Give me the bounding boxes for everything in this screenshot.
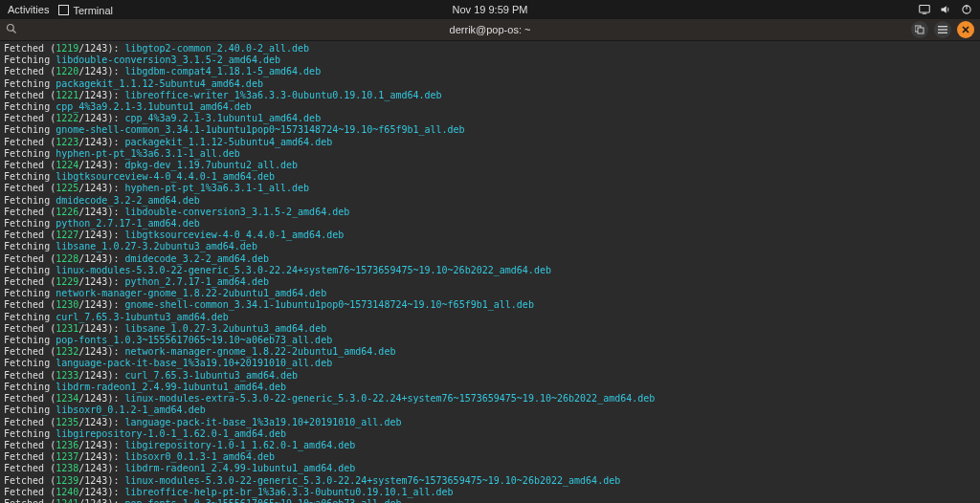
terminal-line: Fetched (1230/1243): gnome-shell-common_… — [4, 299, 976, 311]
menu-button[interactable] — [934, 21, 951, 38]
terminal-line: Fetching libsoxr0_0.1.2-1_amd64.deb — [4, 405, 976, 416]
terminal-line: Fetched (1232/1243): network-manager-gno… — [4, 346, 976, 358]
terminal-line: Fetching cpp_4%3a9.2.1-3.1ubuntu1_amd64.… — [4, 101, 976, 113]
window-title: derrik@pop-os: ~ — [450, 24, 531, 35]
terminal-line: Fetched (1225/1243): hyphen-pt-pt_1%3a6.… — [4, 183, 976, 194]
activities-button[interactable]: Activities — [8, 4, 49, 15]
svg-rect-9 — [938, 29, 947, 30]
terminal-line: Fetched (1223/1243): packagekit_1.1.12-5… — [4, 137, 976, 148]
terminal-line: Fetching python_2.7.17-1_amd64.deb — [4, 218, 976, 230]
svg-rect-3 — [966, 5, 967, 10]
svg-rect-0 — [920, 6, 930, 13]
terminal-output[interactable]: Fetched (1219/1243): libgtop2-common_2.4… — [0, 41, 980, 503]
screen-icon — [919, 4, 930, 15]
terminal-line: Fetched (1220/1243): libgdbm-compat4_1.1… — [4, 66, 976, 77]
terminal-line: Fetching libgtksourceview-4-0_4.4.0-1_am… — [4, 171, 976, 183]
svg-rect-10 — [938, 33, 947, 33]
terminal-line: Fetching libdrm-radeon1_2.4.99-1ubuntu1_… — [4, 382, 976, 393]
svg-rect-7 — [918, 28, 924, 33]
terminal-line: Fetching packagekit_1.1.12-5ubuntu4_amd6… — [4, 78, 976, 90]
terminal-line: Fetched (1236/1243): libgirepository-1.0… — [4, 440, 976, 451]
new-tab-button[interactable] — [911, 21, 928, 38]
svg-rect-8 — [938, 26, 947, 27]
terminal-line: Fetching language-pack-it-base_1%3a19.10… — [4, 358, 976, 369]
clock[interactable]: Nov 19 9:59 PM — [453, 4, 528, 15]
terminal-line: Fetched (1226/1243): libdouble-conversio… — [4, 207, 976, 218]
terminal-line: Fetching network-manager-gnome_1.8.22-2u… — [4, 288, 976, 299]
terminal-line: Fetching libsane_1.0.27-3.2ubuntu3_amd64… — [4, 241, 976, 252]
svg-point-4 — [8, 25, 14, 32]
terminal-line: Fetched (1241/1243): pop-fonts_1.0.3~155… — [4, 498, 976, 503]
window-titlebar: derrik@pop-os: ~ — [0, 19, 980, 41]
volume-icon — [940, 4, 951, 15]
gnome-topbar: Activities Terminal Nov 19 9:59 PM — [0, 0, 980, 19]
terminal-line: Fetched (1221/1243): libreoffice-writer_… — [4, 90, 976, 101]
terminal-line: Fetched (1224/1243): dpkg-dev_1.19.7ubun… — [4, 160, 976, 171]
svg-line-5 — [13, 31, 16, 33]
terminal-line: Fetching pop-fonts_1.0.3~1555617065~19.1… — [4, 335, 976, 346]
terminal-line: Fetched (1234/1243): linux-modules-extra… — [4, 393, 976, 405]
terminal-line: Fetched (1229/1243): python_2.7.17-1_amd… — [4, 276, 976, 288]
terminal-line: Fetched (1238/1243): libdrm-radeon1_2.4.… — [4, 463, 976, 474]
terminal-line: Fetching libgirepository-1.0-1_1.62.0-1_… — [4, 428, 976, 440]
terminal-line: Fetched (1228/1243): dmidecode_3.2-2_amd… — [4, 253, 976, 265]
terminal-line: Fetching libdouble-conversion3_3.1.5-2_a… — [4, 55, 976, 66]
search-icon[interactable] — [6, 23, 17, 36]
terminal-line: Fetching linux-modules-5.3.0-22-generic_… — [4, 265, 976, 276]
terminal-line: Fetched (1240/1243): libreoffice-help-pt… — [4, 487, 976, 498]
terminal-line: Fetched (1233/1243): curl_7.65.3-1ubuntu… — [4, 370, 976, 382]
terminal-line: Fetched (1237/1243): libsoxr0_0.1.3-1_am… — [4, 451, 976, 463]
terminal-line: Fetched (1239/1243): linux-modules-5.3.0… — [4, 475, 976, 487]
terminal-line: Fetched (1222/1243): cpp_4%3a9.2.1-3.1ub… — [4, 113, 976, 124]
terminal-line: Fetched (1231/1243): libsane_1.0.27-3.2u… — [4, 323, 976, 335]
terminal-line: Fetched (1227/1243): libgtksourceview-4-… — [4, 230, 976, 241]
terminal-line: Fetching dmidecode_3.2-2_amd64.deb — [4, 195, 976, 207]
terminal-line: Fetching curl_7.65.3-1ubuntu3_amd64.deb — [4, 312, 976, 323]
svg-rect-1 — [923, 13, 927, 14]
terminal-line: Fetching hyphen-pt-pt_1%3a6.3.1-1_all.de… — [4, 148, 976, 160]
close-button[interactable] — [957, 21, 974, 38]
terminal-line: Fetched (1219/1243): libgtop2-common_2.4… — [4, 43, 976, 55]
app-menu[interactable]: Terminal — [58, 4, 113, 16]
system-status-area[interactable] — [919, 4, 972, 15]
terminal-line: Fetching gnome-shell-common_3.34.1-1ubun… — [4, 124, 976, 136]
terminal-icon — [58, 5, 69, 15]
terminal-line: Fetched (1235/1243): language-pack-it-ba… — [4, 417, 976, 428]
power-icon — [961, 4, 972, 15]
